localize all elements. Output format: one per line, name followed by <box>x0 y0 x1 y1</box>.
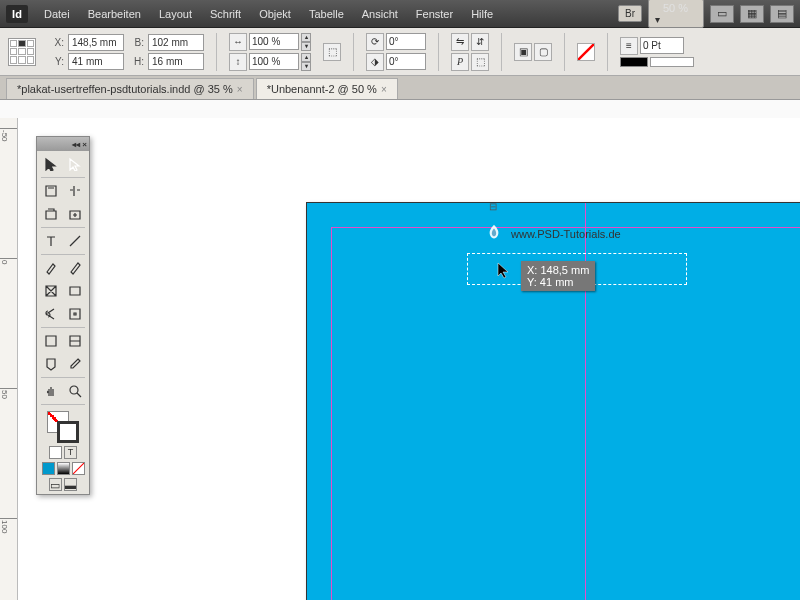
tool-pen[interactable] <box>39 257 63 279</box>
scale-y-stepper[interactable]: ▴▾ <box>301 53 311 70</box>
rotate-cw-icon[interactable]: ⬚ <box>471 53 489 71</box>
tool-rectangle[interactable] <box>64 280 88 302</box>
tool-hand[interactable] <box>39 380 63 402</box>
scale-x-input[interactable] <box>249 33 299 50</box>
rotate-ccw-icon[interactable]: P <box>451 53 469 71</box>
document-tabs: *plakat-usertreffen-psdtutorials.indd @ … <box>0 76 800 100</box>
scale-y-icon: ↕ <box>229 53 247 71</box>
tool-selection[interactable] <box>39 153 63 175</box>
svg-line-0 <box>578 44 594 60</box>
position-tooltip: X: 148,5 mmY: 41 mm <box>521 261 595 291</box>
swatch-fill-icon[interactable] <box>42 462 55 475</box>
shear-icon: ⬗ <box>366 53 384 71</box>
menu-layout[interactable]: Layout <box>151 5 200 23</box>
menu-datei[interactable]: Datei <box>36 5 78 23</box>
scale-x-stepper[interactable]: ▴▾ <box>301 33 311 50</box>
zoom-level[interactable]: 50 % ▾ <box>648 0 704 28</box>
flip-h-icon[interactable]: ⇋ <box>451 33 469 51</box>
w-input[interactable] <box>148 34 204 51</box>
bridge-button[interactable]: Br <box>618 5 642 22</box>
page-url-text: www.PSD-Tutorials.de <box>511 228 621 240</box>
rotate-input[interactable] <box>386 33 426 50</box>
tool-zoom[interactable] <box>64 380 88 402</box>
stroke-style-dropdown[interactable] <box>650 57 694 67</box>
workspace: -50050100150200250 -50050100 ⊟ www.PSD-T… <box>0 100 800 600</box>
menu-bar: Id Datei Bearbeiten Layout Schrift Objek… <box>0 0 800 28</box>
svg-line-1 <box>73 463 84 474</box>
tools-panel[interactable]: ◂◂× T ▭ ▬ <box>36 136 90 495</box>
menu-ansicht[interactable]: Ansicht <box>354 5 406 23</box>
scale-y-input[interactable] <box>249 53 299 70</box>
tool-page[interactable] <box>39 180 63 202</box>
tool-direct-selection[interactable] <box>64 153 88 175</box>
stroke-style[interactable] <box>620 57 648 67</box>
tool-eyedropper[interactable] <box>64 353 88 375</box>
h-input[interactable] <box>148 53 204 70</box>
x-label: X: <box>48 37 64 48</box>
reference-point[interactable] <box>8 38 36 66</box>
collapse-icon[interactable]: ◂◂ <box>72 140 80 149</box>
panel-header[interactable]: ◂◂× <box>37 137 89 151</box>
shear-input[interactable] <box>386 53 426 70</box>
tool-pencil[interactable] <box>64 257 88 279</box>
page-logo[interactable]: www.PSD-Tutorials.de <box>483 223 621 245</box>
apply-color-icon[interactable] <box>49 446 62 459</box>
close-icon[interactable]: × <box>381 84 387 95</box>
page[interactable]: ⊟ www.PSD-Tutorials.de X: 148,5 mmY: 41 … <box>306 202 800 600</box>
tool-gradient-feather[interactable] <box>64 330 88 352</box>
swatch-none-icon[interactable] <box>72 462 85 475</box>
smart-anchor-icon: ⊟ <box>489 201 497 212</box>
select-content-icon[interactable]: ▢ <box>534 43 552 61</box>
fill-stroke-swatch[interactable] <box>47 411 79 443</box>
y-input[interactable] <box>68 53 124 70</box>
vertical-ruler[interactable]: -50050100 <box>0 118 18 600</box>
tool-content-placer[interactable] <box>64 203 88 225</box>
y-label: Y: <box>48 56 64 67</box>
menu-tabelle[interactable]: Tabelle <box>301 5 352 23</box>
constrain-icon[interactable]: ⬚ <box>323 43 341 61</box>
scale-x-icon: ↔ <box>229 33 247 51</box>
w-label: B: <box>128 37 144 48</box>
menu-hilfe[interactable]: Hilfe <box>463 5 501 23</box>
menu-bearbeiten[interactable]: Bearbeiten <box>80 5 149 23</box>
stroke-weight-input[interactable] <box>640 37 684 54</box>
fill-none-icon[interactable] <box>577 43 595 61</box>
tab-unbenannt[interactable]: *Unbenannt-2 @ 50 %× <box>256 78 398 99</box>
tool-scissors[interactable] <box>39 303 63 325</box>
view-mode-normal-icon[interactable]: ▭ <box>49 478 62 491</box>
close-icon[interactable]: × <box>237 84 243 95</box>
screen-mode-icon[interactable]: ▭ <box>710 5 734 23</box>
close-icon[interactable]: × <box>82 140 87 149</box>
app-logo: Id <box>6 5 28 23</box>
position-size-group: X: B: Y: H: <box>48 34 204 70</box>
control-bar: X: B: Y: H: ↔▴▾ ↕▴▾ ⬚ ⟳ ⬗ ⇋⇵ P⬚ ▣▢ ≡ <box>0 28 800 76</box>
tool-content-collector[interactable] <box>39 203 63 225</box>
view-mode-preview-icon[interactable]: ▬ <box>64 478 77 491</box>
tool-gap[interactable] <box>64 180 88 202</box>
tool-note[interactable] <box>39 353 63 375</box>
stroke-weight-icon: ≡ <box>620 37 638 55</box>
h-label: H: <box>128 56 144 67</box>
flip-v-icon[interactable]: ⇵ <box>471 33 489 51</box>
canvas[interactable]: ⊟ www.PSD-Tutorials.de X: 148,5 mmY: 41 … <box>18 118 800 600</box>
tool-gradient-swatch[interactable] <box>39 330 63 352</box>
select-container-icon[interactable]: ▣ <box>514 43 532 61</box>
tool-line[interactable] <box>64 230 88 252</box>
tab-plakat[interactable]: *plakat-usertreffen-psdtutorials.indd @ … <box>6 78 254 99</box>
arrange-icon[interactable]: ▦ <box>740 5 764 23</box>
workspace-icon[interactable]: ▤ <box>770 5 794 23</box>
x-input[interactable] <box>68 34 124 51</box>
tool-type[interactable] <box>39 230 63 252</box>
rotate-icon: ⟳ <box>366 33 384 51</box>
swatch-gradient-icon[interactable] <box>57 462 70 475</box>
tool-rectangle-frame[interactable] <box>39 280 63 302</box>
apply-text-icon[interactable]: T <box>64 446 77 459</box>
menu-fenster[interactable]: Fenster <box>408 5 461 23</box>
menu-schrift[interactable]: Schrift <box>202 5 249 23</box>
menu-objekt[interactable]: Objekt <box>251 5 299 23</box>
tool-free-transform[interactable] <box>64 303 88 325</box>
